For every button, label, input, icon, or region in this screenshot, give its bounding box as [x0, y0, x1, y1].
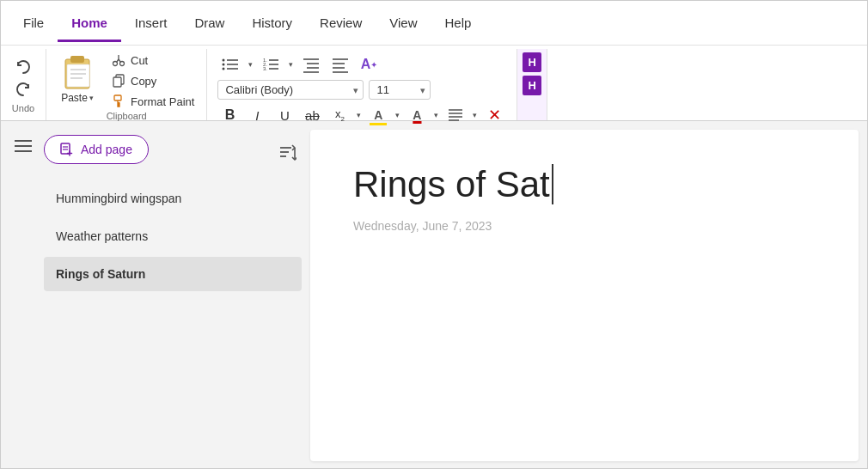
bullet-list-dropdown[interactable]: ▾ — [247, 60, 254, 69]
font-color-button[interactable]: A — [405, 103, 429, 127]
main-content: Rings of Sat Wednesday, June 7, 2023 — [310, 130, 859, 461]
highlight-color-button[interactable]: A — [366, 103, 390, 127]
right-section: H H — [517, 49, 547, 120]
bullet-list-icon — [221, 56, 240, 73]
font-size-select[interactable]: 11 — [369, 80, 431, 100]
copy-label: Copy — [131, 75, 156, 88]
menu-insert[interactable]: Insert — [121, 3, 181, 42]
svg-rect-2 — [67, 64, 89, 87]
svg-point-17 — [223, 64, 225, 66]
redo-button[interactable] — [8, 79, 39, 100]
svg-rect-42 — [61, 143, 70, 154]
highlight-icon: A — [374, 108, 382, 122]
format-paint-button[interactable]: Format Paint — [107, 92, 199, 111]
page-item-rings[interactable]: Rings of Saturn — [44, 257, 302, 291]
hamburger-icon — [14, 138, 33, 154]
paragraph-button[interactable] — [443, 103, 468, 127]
font-color-icon: A — [413, 108, 421, 122]
note-title[interactable]: Rings of Sat — [353, 164, 553, 204]
paragraph-dropdown[interactable]: ▾ — [471, 111, 479, 119]
sort-icon — [278, 143, 296, 162]
subscript-dropdown[interactable]: ▾ — [355, 111, 363, 119]
font-row1: ▾ 1. 2. 3. ▾ — [217, 52, 506, 76]
clipboard-section: Paste ▾ Cut — [46, 49, 207, 120]
highlight-dropdown[interactable]: ▾ — [394, 111, 401, 119]
outdent-button[interactable] — [327, 52, 353, 76]
font-family-wrapper: Calibri (Body) — [217, 80, 364, 100]
note-date: Wednesday, June 7, 2023 — [353, 219, 816, 233]
content-area: Add page Hummingbird wingspan Weather pa… — [1, 121, 867, 469]
paste-label: Paste — [61, 92, 88, 104]
subscript-icon: x2 — [335, 107, 345, 123]
numbered-list-dropdown[interactable]: ▾ — [287, 60, 295, 69]
clear-formatting-icon: ✕ — [488, 106, 501, 125]
clipboard-actions: Cut Copy Format Paint — [107, 51, 199, 111]
sidebar: Add page Hummingbird wingspan Weather pa… — [1, 121, 310, 469]
copy-button[interactable]: Copy — [107, 71, 199, 90]
undo-icon — [15, 58, 32, 76]
font-section: ▾ 1. 2. 3. ▾ — [207, 49, 517, 120]
styles-icon: A — [361, 57, 371, 72]
paragraph-icon — [447, 107, 464, 123]
svg-rect-13 — [114, 95, 121, 100]
svg-text:3.: 3. — [263, 66, 267, 71]
svg-rect-12 — [113, 77, 121, 87]
undo-buttons — [8, 52, 39, 103]
scissors-icon — [112, 53, 125, 67]
font-family-select[interactable]: Calibri (Body) — [217, 80, 364, 100]
menu-draw[interactable]: Draw — [180, 3, 238, 42]
add-page-label: Add page — [81, 143, 132, 156]
indent-button[interactable] — [298, 52, 324, 76]
font-size-wrapper: 11 — [369, 80, 431, 100]
h1-button[interactable]: H — [523, 52, 541, 72]
ribbon: Undo — [1, 46, 867, 121]
font-color-dropdown[interactable]: ▾ — [432, 111, 440, 119]
copy-icon — [112, 74, 125, 88]
styles-button[interactable]: A ✦ — [357, 52, 381, 76]
paste-button[interactable]: Paste ▾ — [53, 51, 101, 111]
menu-view[interactable]: View — [376, 3, 431, 42]
cut-label: Cut — [131, 54, 148, 67]
bullet-list-button[interactable] — [217, 52, 243, 76]
sparkle-icon: ✦ — [370, 60, 377, 70]
outdent-icon — [331, 56, 350, 73]
numbered-list-icon: 1. 2. 3. — [261, 56, 280, 73]
add-page-button[interactable]: Add page — [44, 135, 149, 164]
format-paint-label: Format Paint — [131, 95, 194, 108]
svg-rect-14 — [118, 102, 119, 107]
menu-review[interactable]: Review — [306, 3, 376, 42]
paste-icon — [58, 52, 96, 92]
menu-file[interactable]: File — [9, 3, 58, 42]
hamburger-menu[interactable] — [9, 133, 38, 163]
svg-point-19 — [223, 68, 225, 70]
format-paint-icon — [112, 94, 125, 108]
undo-button[interactable] — [8, 57, 39, 77]
subscript-button[interactable]: x2 — [327, 103, 351, 127]
svg-point-15 — [223, 59, 225, 62]
undo-label: Undo — [12, 103, 34, 117]
paste-icon-wrapper — [58, 52, 96, 92]
menu-help[interactable]: Help — [431, 3, 486, 42]
h2-button[interactable]: H — [523, 76, 541, 95]
sort-button[interactable] — [272, 138, 302, 168]
add-page-icon — [60, 143, 74, 156]
redo-icon — [15, 81, 32, 98]
clipboard-top: Paste ▾ Cut — [53, 51, 199, 111]
page-item-weather[interactable]: Weather patterns — [44, 219, 302, 253]
paste-dropdown-arrow[interactable]: ▾ — [89, 94, 94, 102]
svg-line-9 — [119, 59, 121, 63]
highlight-color-bar — [370, 123, 387, 125]
menu-home[interactable]: Home — [58, 3, 121, 42]
undo-section: Undo — [1, 49, 46, 120]
page-list-header: Add page — [44, 135, 302, 171]
clear-formatting-button[interactable]: ✕ — [482, 103, 506, 127]
cut-button[interactable]: Cut — [107, 51, 199, 70]
svg-rect-1 — [70, 56, 84, 63]
indent-icon — [302, 56, 321, 73]
numbered-list-button[interactable]: 1. 2. 3. — [258, 52, 284, 76]
menu-history[interactable]: History — [238, 3, 306, 42]
page-item-hummingbird[interactable]: Hummingbird wingspan — [44, 181, 302, 216]
menu-bar: File Home Insert Draw History Review Vie… — [1, 1, 867, 46]
